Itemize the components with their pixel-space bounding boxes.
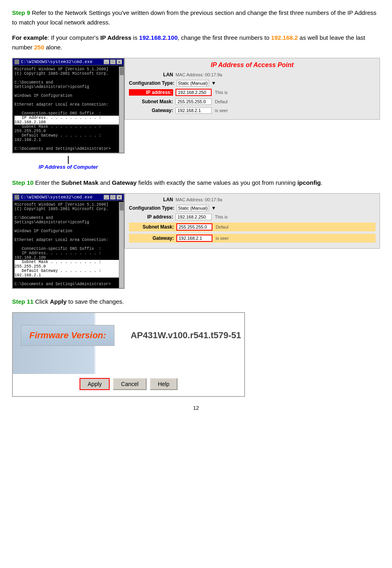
cmd-subnet-line: Subnet Mask . . . . . . . . . . : 255.25… xyxy=(14,125,101,133)
step10-router-ip-label: IP address: xyxy=(129,214,173,220)
step10-cmd-scrollbar[interactable] xyxy=(119,202,124,288)
router-ip-row: IP address: 192.168.2.250 This is xyxy=(129,89,376,96)
cmd-line-4: Windows IP Configuration xyxy=(14,94,72,98)
step9-example-text2: is xyxy=(131,34,139,41)
step9-ip-val1: 192.168.2 xyxy=(139,34,166,41)
router-gateway-label: Gateway: xyxy=(129,108,173,113)
cmd-gateway-line: Default Gateway . . . . . . . . : 192.16… xyxy=(14,133,101,142)
step10-cmd-title: C:\WINDOWS\system32\cmd.exe xyxy=(21,195,92,200)
cmd-line-3: C:\Documents and Settings\Administrator>… xyxy=(14,80,89,89)
step10-cmd-line-6: Connection-specific DNS Suffix : xyxy=(14,247,101,251)
step11-paragraph: Step 11 Click Apply to save the changes. xyxy=(12,297,380,306)
step10-cmd-buttons: _ □ ✕ xyxy=(104,195,122,200)
step10-router-mac-value: MAC Address: 00:17:9a xyxy=(176,197,222,202)
firmware-buttons-row: Apply Cancel Help xyxy=(13,374,244,396)
step9-example-text5: alone. xyxy=(44,44,62,51)
cmd-icon xyxy=(14,59,19,64)
firmware-inner: Firmware Version: AP431W.v100.r541.t579-… xyxy=(13,313,244,374)
step11-apply-label: Apply xyxy=(50,298,67,305)
step10-cmd-line-5: Ethernet adapter Local Area Connection: xyxy=(14,238,108,242)
step9-paragraph: Step 9 Refer to the Network Settings you… xyxy=(12,8,380,27)
step10-paragraph: Step 10 Enter the Subnet Mask and Gatewa… xyxy=(12,178,380,188)
step10-router-config-select[interactable]: Static (Manual) xyxy=(177,205,209,211)
cmd-line-5: Ethernet adapter Local Area Connection: xyxy=(14,102,108,107)
page-number: 12 xyxy=(12,405,380,411)
step10-router-config-label: Configuration Type: xyxy=(129,205,174,211)
cmd-titlebar-left: C:\WINDOWS\system32\cmd.exe xyxy=(14,59,92,64)
cmd-ip-line: IP Address. . . . . . . . . . . : 192.16… xyxy=(14,116,122,125)
step10-config-arrow: ▼ xyxy=(211,205,216,211)
step10-cmd-line-2: (C) Copyright 1985-2001 Microsoft Corp. xyxy=(14,207,108,211)
cmd-maximize-btn[interactable]: □ xyxy=(110,59,116,64)
router-config-select[interactable]: Static (Manual) xyxy=(177,80,209,86)
cmd-line-2: (C) Copyright 1985-2001 Microsoft Corp. xyxy=(14,72,108,76)
step10-router-mac-label: LAN xyxy=(129,197,173,202)
step10-text4: . xyxy=(321,179,323,186)
step10-router-subnet-note: Defaul xyxy=(216,225,229,229)
firmware-help-button[interactable]: Help xyxy=(150,378,178,390)
step9-label: Step 9 xyxy=(12,9,30,16)
step10-label: Step 10 xyxy=(12,179,33,186)
router-subnet-note: Defaul xyxy=(215,99,228,104)
router-mac-value: MAC Address: 00:17:9a xyxy=(176,72,222,77)
step10-screenshot-container: C:\WINDOWS\system32\cmd.exe _ □ ✕ Micros… xyxy=(12,193,380,289)
step9-ip-last: 250 xyxy=(34,44,44,51)
step10-subnet-label: Subnet Mask xyxy=(61,179,99,186)
step10-cmd-body: Microsoft Windows XP [Version 5.1.2600] … xyxy=(13,201,124,288)
cmd-titlebar-buttons: _ □ ✕ xyxy=(104,59,122,64)
router-ip-note: This is xyxy=(215,90,228,95)
step10-gateway-label: Gateway xyxy=(112,179,137,186)
cmd-close-btn[interactable]: ✕ xyxy=(116,59,122,64)
router-mac-row: LAN MAC Address: 00:17:9a xyxy=(129,72,376,78)
router-gateway-value[interactable]: 192.168.2.1 xyxy=(176,107,212,114)
ip-computer-label: IP Address of Computer xyxy=(12,164,125,170)
step10-cmd-line-3: C:\Documents and Settings\Administrator>… xyxy=(14,216,89,225)
step10-router-gateway-row: Gateway: 192.168.2.1 is seer xyxy=(129,234,376,243)
firmware-apply-button[interactable]: Apply xyxy=(80,378,110,390)
router-config-label: Configuration Type: xyxy=(129,80,174,86)
router-ip-label: IP address: xyxy=(129,89,173,96)
cmd-line-6: Connection-specific DNS Suffix : xyxy=(14,111,101,116)
step9-cmd-wrapper: C:\WINDOWS\system32\cmd.exe _ □ ✕ Micros… xyxy=(12,58,125,170)
cmd-minimize-btn[interactable]: _ xyxy=(104,59,109,64)
cmd-scroll-thumb xyxy=(120,67,124,75)
step10-cmd-titlebar: C:\WINDOWS\system32\cmd.exe _ □ ✕ xyxy=(13,194,124,201)
step10-cmd-subnet-line: Subnet Mask . . . . . . . . . . : 255.25… xyxy=(14,260,122,269)
step10-cmd-line-4: Windows IP Configuration xyxy=(14,229,72,233)
cmd-body: Microsoft Windows XP [Version 5.1.2600] … xyxy=(13,65,124,153)
router-ip-value[interactable]: 192.168.2.250 xyxy=(176,89,212,96)
step10-close-btn[interactable]: ✕ xyxy=(116,195,122,200)
router-gateway-row: Gateway: 192.168.2.1 is seer xyxy=(129,107,376,114)
cmd-line-end: C:\Documents and Settings\Administrator> xyxy=(14,147,111,151)
step10-cmd-titlebar-left: C:\WINDOWS\system32\cmd.exe xyxy=(14,195,92,200)
firmware-label-box: Firmware Version: xyxy=(21,325,114,346)
step10-router-config-row: Configuration Type: Static (Manual) ▼ xyxy=(129,205,376,211)
step10-router-panel: LAN MAC Address: 00:17:9a Configuration … xyxy=(125,193,380,249)
router-mac-label: LAN xyxy=(129,72,173,78)
step10-maximize-btn[interactable]: □ xyxy=(110,195,116,200)
step10-minimize-btn[interactable]: _ xyxy=(104,195,109,200)
cmd-scrollbar[interactable] xyxy=(119,67,124,153)
step10-router-gateway-note: is seer xyxy=(216,236,229,241)
step10-router-mac-row: LAN MAC Address: 00:17:9a xyxy=(129,197,376,202)
step10-cmd-line-end: C:\Documents and Settings\Administrator> xyxy=(14,282,111,286)
step9-router-panel: IP Address of Access Point LAN MAC Addre… xyxy=(125,58,380,120)
step10-router-gateway-label: Gateway: xyxy=(130,235,174,241)
step9-example-text3: , change the first three numbers to xyxy=(178,34,271,41)
firmware-cancel-button[interactable]: Cancel xyxy=(113,378,147,390)
firmware-value: AP431W.v100.r541.t579-51 xyxy=(131,330,241,341)
step9-example-label: For example xyxy=(12,34,47,41)
step9-ip-change: 192.168.2 xyxy=(271,34,298,41)
step10-cmd-line-1: Microsoft Windows XP [Version 5.1.2600] xyxy=(14,202,108,207)
step10-router-gateway-value[interactable]: 192.168.2.1 xyxy=(176,235,212,242)
step10-router-subnet-value[interactable]: 255.255.255.0 xyxy=(176,223,212,231)
step10-router-ip-value[interactable]: 192.168.2.250 xyxy=(176,214,212,220)
step9-example: For example: If your computer's IP Addre… xyxy=(12,33,380,52)
router-subnet-label: Subnet Mask: xyxy=(129,99,173,104)
router-config-arrow: ▼ xyxy=(211,80,216,86)
arrow-line xyxy=(68,156,69,164)
router-subnet-value[interactable]: 255.255.255.0 xyxy=(176,98,212,105)
router-config-row: Configuration Type: Static (Manual) ▼ xyxy=(129,80,376,86)
step9-ip-address-label: IP Address xyxy=(100,34,132,41)
step10-ipconfig-label: ipconfig xyxy=(297,179,321,186)
